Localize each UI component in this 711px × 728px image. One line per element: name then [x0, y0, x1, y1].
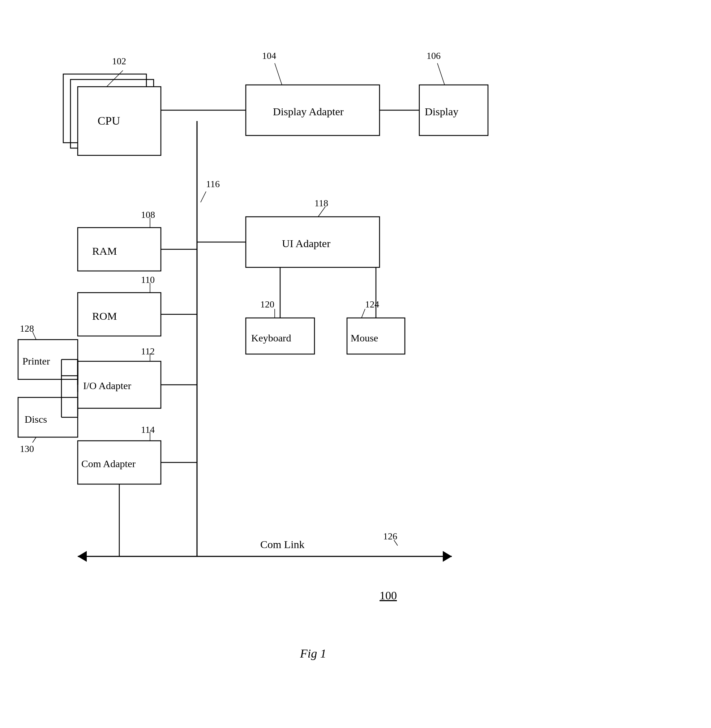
svg-rect-10 [78, 293, 161, 336]
svg-line-56 [32, 437, 36, 442]
discs-label: Discs [25, 414, 47, 425]
ref-116: 116 [206, 179, 220, 190]
printer-label: Printer [22, 355, 50, 367]
ram-label: RAM [92, 245, 117, 257]
svg-marker-40 [78, 551, 87, 562]
diagram-container: 102 104 106 116 108 110 112 114 118 120 … [0, 0, 711, 728]
ref-130: 130 [20, 444, 34, 454]
ref-112: 112 [141, 346, 155, 357]
system-ref: 100 [379, 589, 397, 602]
svg-marker-41 [443, 551, 452, 562]
svg-line-45 [275, 63, 282, 85]
diagram-svg [0, 0, 711, 728]
ref-126: 126 [383, 531, 397, 542]
figure-caption: Fig 1 [300, 647, 326, 660]
ui-adapter-label: UI Adapter [282, 237, 330, 250]
mouse-label: Mouse [351, 332, 378, 344]
ref-128: 128 [20, 323, 34, 334]
ref-104: 104 [262, 50, 276, 62]
ref-120: 120 [260, 299, 274, 310]
display-adapter-label: Display Adapter [273, 106, 344, 118]
ref-108: 108 [141, 209, 155, 220]
svg-line-46 [437, 63, 445, 85]
com-adapter-label: Com Adapter [81, 458, 136, 470]
cpu-label: CPU [97, 114, 120, 128]
display-label: Display [425, 106, 458, 118]
ref-114: 114 [141, 424, 155, 435]
ref-124: 124 [365, 299, 379, 310]
ref-102: 102 [112, 56, 126, 67]
io-adapter-label: I/O Adapter [83, 380, 131, 392]
svg-line-47 [201, 192, 206, 202]
ref-110: 110 [141, 274, 155, 286]
svg-line-54 [361, 309, 365, 318]
svg-rect-8 [78, 228, 161, 271]
ref-106: 106 [426, 50, 441, 62]
com-link-label: Com Link [260, 538, 305, 551]
ref-118: 118 [314, 198, 328, 209]
rom-label: ROM [92, 310, 117, 322]
keyboard-label: Keyboard [251, 332, 291, 344]
svg-line-44 [107, 71, 123, 87]
